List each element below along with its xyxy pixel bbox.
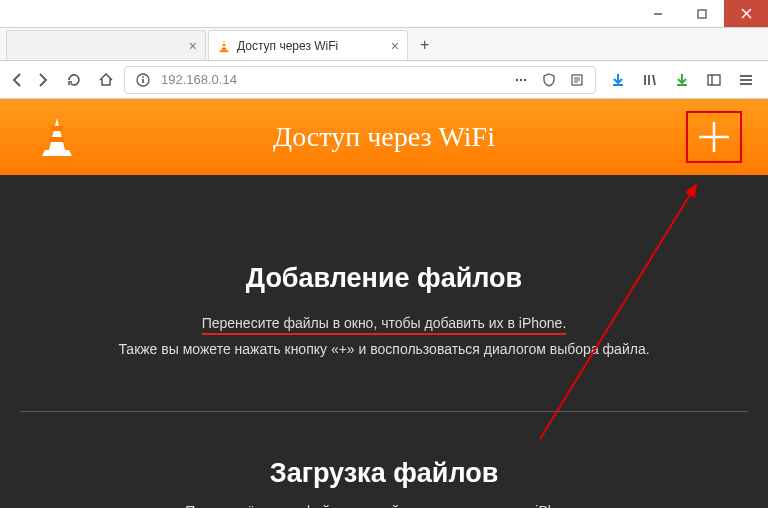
nav-back-button[interactable] (8, 70, 28, 90)
new-tab-button[interactable]: + (410, 30, 439, 60)
add-files-hint-1: Перенесите файлы в окно, чтобы добавить … (202, 315, 567, 335)
tab-strip: × Доступ через WiFi × + (0, 28, 768, 61)
svg-rect-5 (220, 50, 229, 52)
svg-rect-6 (222, 42, 225, 43)
svg-rect-23 (708, 75, 720, 85)
add-files-heading: Добавление файлов (0, 263, 768, 294)
tab-2-label: Доступ через WiFi (237, 39, 385, 53)
save-icon[interactable] (672, 70, 692, 90)
svg-rect-29 (52, 126, 63, 131)
reload-button[interactable] (64, 70, 84, 90)
add-files-hint-2: Также вы можете нажать кнопку «+» и восп… (0, 341, 768, 357)
page-actions-icon[interactable] (511, 70, 531, 90)
vlc-favicon-icon (217, 39, 231, 53)
window-maximize-button[interactable] (680, 0, 724, 27)
section-divider (20, 411, 748, 412)
svg-point-13 (524, 78, 526, 80)
download-files-heading: Загрузка файлов (0, 458, 768, 489)
svg-marker-28 (49, 118, 65, 150)
svg-rect-7 (222, 46, 226, 47)
window-titlebar (0, 0, 768, 28)
tab-2[interactable]: Доступ через WiFi × (208, 30, 408, 60)
page-viewport: Доступ через WiFi Добавление файлов Пере… (0, 99, 768, 508)
svg-rect-1 (698, 10, 706, 18)
home-button[interactable] (96, 70, 116, 90)
url-text: 192.168.0.14 (161, 72, 503, 87)
svg-marker-31 (42, 150, 72, 156)
window-close-button[interactable] (724, 0, 768, 27)
tab-1-close-icon[interactable]: × (189, 38, 197, 54)
site-info-icon[interactable] (133, 70, 153, 90)
svg-point-11 (516, 78, 518, 80)
browser-toolbar: 192.168.0.14 (0, 61, 768, 99)
page-body: Добавление файлов Перенесите файлы в окн… (0, 175, 768, 508)
url-bar[interactable]: 192.168.0.14 (124, 66, 596, 94)
library-icon[interactable] (640, 70, 660, 90)
sidebar-icon[interactable] (704, 70, 724, 90)
nav-forward-button[interactable] (32, 70, 52, 90)
svg-line-21 (653, 75, 655, 85)
svg-rect-30 (50, 137, 64, 142)
downloads-icon[interactable] (608, 70, 628, 90)
svg-marker-4 (221, 39, 226, 50)
menu-button[interactable] (736, 70, 756, 90)
reader-view-icon[interactable] (567, 70, 587, 90)
app-header-title: Доступ через WiFi (273, 121, 495, 153)
tab-1[interactable]: × (6, 30, 206, 60)
window-minimize-button[interactable] (636, 0, 680, 27)
tab-1-favicon (15, 39, 29, 53)
add-file-button[interactable] (690, 113, 738, 161)
download-files-hint: Просто щёлкните файл, который вы хотите … (0, 503, 768, 508)
svg-point-12 (520, 78, 522, 80)
vlc-cone-icon (40, 116, 74, 158)
svg-point-10 (142, 76, 144, 78)
tab-2-close-icon[interactable]: × (391, 38, 399, 54)
shield-icon[interactable] (539, 70, 559, 90)
app-header: Доступ через WiFi (0, 99, 768, 175)
